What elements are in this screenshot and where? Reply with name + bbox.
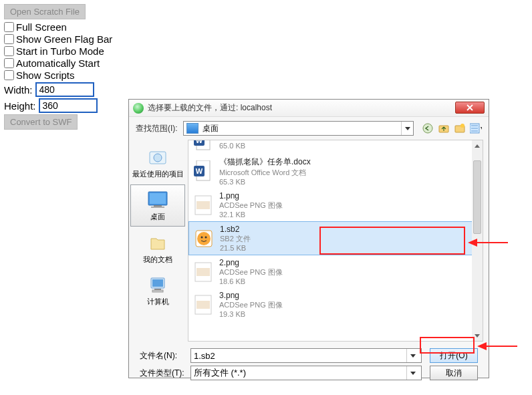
places-sidebar: 最近使用的项目 桌面 我的文档 计算机 <box>129 138 186 342</box>
checkbox-fullscreen[interactable] <box>4 22 14 32</box>
file-size: 19.3 KB <box>219 310 283 318</box>
file-item[interactable]: 1.pngACDSee PNG 图像32.1 KB <box>188 188 483 221</box>
width-label: Width: <box>4 84 33 96</box>
filename-field[interactable]: 1.sb2 <box>190 348 422 363</box>
documents-icon <box>147 232 168 253</box>
svg-point-6 <box>154 154 162 162</box>
scroll-up-icon[interactable] <box>472 140 483 151</box>
svg-point-26 <box>205 236 207 238</box>
file-size: 21.5 KB <box>220 244 251 252</box>
svg-rect-14 <box>152 290 163 292</box>
checkbox-turbo[interactable] <box>4 46 14 56</box>
png-icon <box>192 194 214 216</box>
close-button[interactable] <box>455 102 485 114</box>
filename-label: 文件名(N): <box>140 350 190 362</box>
svg-rect-8 <box>150 193 166 204</box>
scrollbar[interactable] <box>472 140 483 341</box>
dropdown-arrow-icon <box>406 349 418 362</box>
convert-button[interactable]: Convert to SWF <box>4 114 78 130</box>
file-type: ACDSee PNG 图像 <box>219 267 283 277</box>
desktop-icon <box>147 189 168 211</box>
file-size: 65.0 KB <box>219 142 306 150</box>
png-icon <box>192 261 214 283</box>
filetype-label: 文件类型(T): <box>140 368 190 379</box>
svg-text:W: W <box>196 140 203 144</box>
view-menu-icon[interactable] <box>470 122 482 134</box>
word-doc-icon: W <box>192 160 214 182</box>
word-doc-icon: W <box>192 140 214 151</box>
height-input[interactable] <box>39 98 98 113</box>
file-dialog: 选择要上载的文件，通过: localhost 查找范围(I): 桌面 最近使用的… <box>128 99 489 378</box>
file-item[interactable]: W 《猫抓老鼠》任务单.docxMicrosoft Office Word 文档… <box>188 154 483 188</box>
lookup-label: 查找范围(I): <box>136 123 178 134</box>
new-folder-icon[interactable] <box>454 122 466 134</box>
width-input[interactable] <box>35 82 94 97</box>
label-greenflag: Show Green Flag Bar <box>16 33 112 45</box>
filetype-value: 所有文件 (*.*) <box>194 367 246 379</box>
scroll-down-icon[interactable] <box>472 330 483 341</box>
svg-rect-12 <box>152 279 163 287</box>
height-label: Height: <box>4 100 36 112</box>
app-icon <box>133 103 144 114</box>
sidebar-item-computer[interactable]: 计算机 <box>130 270 185 311</box>
filename-value: 1.sb2 <box>194 351 215 361</box>
svg-point-24 <box>197 232 211 245</box>
file-size: 65.3 KB <box>219 178 311 186</box>
sidebar-label: 我的文档 <box>143 255 172 265</box>
file-name: 3.png <box>219 291 283 300</box>
file-type: SB2 文件 <box>220 234 251 244</box>
file-type: ACDSee PNG 图像 <box>219 300 283 310</box>
back-icon[interactable] <box>422 122 434 134</box>
file-item[interactable]: 3.pngACDSee PNG 图像19.3 KB <box>188 288 483 321</box>
dropdown-arrow-icon <box>401 122 413 135</box>
svg-rect-30 <box>196 301 210 309</box>
svg-rect-22 <box>196 201 210 209</box>
desktop-icon <box>186 123 198 134</box>
svg-text:W: W <box>196 167 203 175</box>
file-name: 2.png <box>219 258 283 267</box>
file-item-selected[interactable]: 1.sb2SB2 文件21.5 KB <box>188 221 483 255</box>
checkbox-scripts[interactable] <box>4 70 14 80</box>
recent-icon <box>147 146 168 168</box>
file-type: ACDSee PNG 图像 <box>219 201 283 211</box>
sidebar-item-documents[interactable]: 我的文档 <box>130 228 185 269</box>
svg-point-3 <box>460 124 464 128</box>
svg-rect-28 <box>196 268 210 276</box>
label-turbo: Start in Turbo Mode <box>16 45 104 57</box>
cancel-button[interactable]: 取消 <box>430 366 478 380</box>
sb2-icon <box>193 228 215 249</box>
svg-point-0 <box>423 124 432 133</box>
lookup-value: 桌面 <box>201 123 401 134</box>
file-size: 18.6 KB <box>219 277 283 285</box>
label-scripts: Show Scripts <box>16 70 75 81</box>
titlebar: 选择要上载的文件，通过: localhost <box>129 100 489 117</box>
file-size: 32.1 KB <box>219 211 283 219</box>
sidebar-item-desktop[interactable]: 桌面 <box>130 184 185 227</box>
file-item[interactable]: W Microsoft Office Word 文档65.0 KB <box>188 140 483 154</box>
dialog-title: 选择要上载的文件，通过: localhost <box>148 102 272 114</box>
up-folder-icon[interactable] <box>438 122 450 134</box>
checkbox-autostart[interactable] <box>4 58 14 68</box>
sidebar-item-recent[interactable]: 最近使用的项目 <box>130 142 185 183</box>
file-name: 1.sb2 <box>220 225 251 234</box>
file-name: 《猫抓老鼠》任务单.docx <box>219 156 311 168</box>
checkbox-greenflag[interactable] <box>4 34 14 44</box>
label-fullscreen: Full Screen <box>16 21 67 33</box>
svg-rect-10 <box>151 207 164 208</box>
file-type: Microsoft Office Word 文档 <box>219 168 311 178</box>
lookup-dropdown[interactable]: 桌面 <box>183 121 414 136</box>
sidebar-label: 计算机 <box>147 297 169 307</box>
svg-point-25 <box>201 236 203 238</box>
file-name: 1.png <box>219 191 283 201</box>
file-item[interactable]: 2.pngACDSee PNG 图像18.6 KB <box>188 255 483 288</box>
sidebar-label: 桌面 <box>150 212 165 222</box>
png-icon <box>192 294 214 315</box>
file-list[interactable]: W Microsoft Office Word 文档65.0 KB W 《猫抓老… <box>188 140 483 342</box>
open-scratch-button[interactable]: Open Scratch File <box>4 4 86 19</box>
filetype-field[interactable]: 所有文件 (*.*) <box>190 366 422 380</box>
label-autostart: Automatically Start <box>16 57 100 69</box>
sidebar-label: 最近使用的项目 <box>132 169 184 179</box>
scroll-thumb[interactable] <box>473 160 481 234</box>
open-button[interactable]: 打开(O) <box>430 348 478 363</box>
close-icon <box>467 104 473 111</box>
